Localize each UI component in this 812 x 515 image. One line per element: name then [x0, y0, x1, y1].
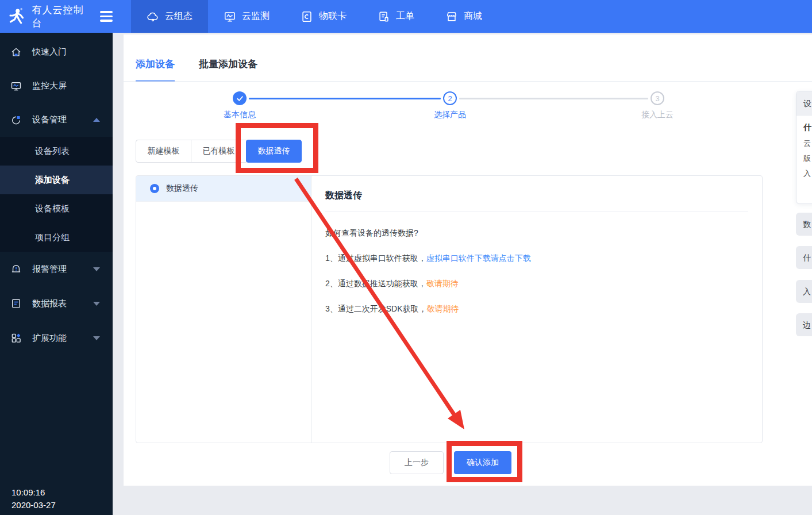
chevron-down-icon — [93, 302, 100, 306]
sidebar-item-extensions[interactable]: 扩展功能 — [0, 321, 113, 355]
clock-date: 2020-03-27 — [11, 499, 56, 512]
check-icon — [236, 95, 244, 102]
detail-divider — [325, 212, 748, 212]
product-panel: 数据透传 数据透传 如何查看设备的透传数据? 1、通过虚拟串口软件获取，虚拟串口… — [136, 175, 763, 443]
confirm-add-button[interactable]: 确认添加 — [454, 451, 511, 474]
sidebar-item-device-management[interactable]: 设备管理 — [0, 103, 113, 137]
previous-step-button[interactable]: 上一步 — [390, 451, 444, 474]
chevron-down-icon — [93, 267, 100, 271]
list-item-label: 数据透传 — [166, 183, 198, 194]
help-line: 入 — [803, 168, 812, 179]
help-panel-card[interactable]: 设 什 云 版 入 — [796, 91, 812, 204]
report-icon — [10, 298, 22, 309]
page-tabs: 添加设备 批量添加设备 — [136, 57, 257, 82]
existing-template-button[interactable]: 已有模板 — [191, 140, 247, 163]
help-collapsed-item[interactable]: 入 — [796, 280, 812, 303]
nav-item-iot-card[interactable]: 物联卡 — [285, 0, 362, 33]
sidebar: 快速入门 监控大屏 设备管理 设备列表 添加设备 设备模板 项目分组 报警管理 — [0, 33, 113, 515]
home-icon — [10, 47, 22, 58]
usr-logo-icon — [8, 7, 25, 26]
sidebar-item-quick-start[interactable]: 快速入门 — [0, 35, 113, 69]
product-list: 数据透传 — [136, 176, 311, 443]
chevron-up-icon — [93, 118, 100, 122]
nav-label: 云监测 — [242, 10, 270, 22]
step-label-basic-info: 基本信息 — [205, 110, 274, 120]
sidebar-item-add-device[interactable]: 添加设备 — [0, 166, 113, 194]
sidebar-item-label: 监控大屏 — [32, 80, 67, 91]
help-collapsed-item[interactable]: 边 — [796, 313, 812, 336]
line-text: 1、通过虚拟串口软件获取， — [325, 253, 426, 263]
step-label-select-product: 选择产品 — [415, 110, 484, 120]
line-text: 2、通过数据推送功能获取， — [325, 279, 426, 288]
help-card-body: 什 云 版 入 — [796, 116, 812, 190]
sidebar-item-data-report[interactable]: 数据报表 — [0, 286, 113, 321]
download-link[interactable]: 虚拟串口软件下载请点击下载 — [426, 253, 531, 263]
sidebar-item-label: 报警管理 — [32, 264, 67, 275]
main-content: 添加设备 批量添加设备 2 3 基本信息 选择产品 接入上云 新建模板 已有模板… — [124, 34, 812, 486]
coming-soon-label: 敬请期待 — [426, 279, 459, 288]
step-connector-done — [249, 98, 441, 99]
nav-label: 物联卡 — [319, 10, 347, 22]
sidebar-item-alarm-management[interactable]: 报警管理 — [0, 252, 113, 286]
data-passthrough-button[interactable]: 数据透传 — [246, 140, 302, 163]
extensions-icon — [10, 332, 22, 344]
step-2-select-product: 2 — [443, 91, 457, 105]
help-card-header: 设 — [796, 91, 812, 116]
step-1-basic-info — [233, 91, 247, 105]
detail-line-3: 3、通过二次开发SDK获取，敬请期待 — [325, 304, 748, 314]
nav-label: 工单 — [396, 10, 414, 22]
monitor-icon — [224, 10, 236, 23]
device-management-submenu: 设备列表 添加设备 设备模板 项目分组 — [0, 137, 113, 252]
nav-label: 云组态 — [165, 10, 193, 22]
tab-add-device[interactable]: 添加设备 — [136, 57, 175, 82]
brand: 有人云控制台 — [0, 0, 113, 33]
hamburger-menu-icon[interactable] — [100, 11, 113, 22]
help-line: 版 — [803, 153, 812, 164]
help-question: 什 — [803, 122, 812, 133]
store-icon — [445, 10, 458, 23]
help-collapsed-item[interactable]: 什 — [796, 246, 812, 269]
template-type-group: 新建模板 已有模板 数据透传 — [136, 140, 302, 163]
new-template-button[interactable]: 新建模板 — [136, 140, 191, 163]
detail-line-2: 2、通过数据推送功能获取，敬请期待 — [325, 279, 748, 289]
device-pie-icon — [10, 114, 22, 126]
step-3-connect-cloud: 3 — [651, 91, 664, 105]
help-collapsed-item[interactable]: 数 — [796, 213, 812, 236]
sidebar-item-label: 快速入门 — [32, 47, 67, 57]
sidebar-item-label: 扩展功能 — [32, 333, 67, 344]
step-label-connect-cloud: 接入上云 — [623, 110, 692, 120]
chevron-down-icon — [93, 336, 100, 340]
app-title: 有人云控制台 — [32, 3, 93, 30]
nav-item-cloud-scada[interactable]: 云组态 — [131, 0, 208, 33]
detail-line-1: 1、通过虚拟串口软件获取，虚拟串口软件下载请点击下载 — [325, 253, 748, 264]
list-item-data-passthrough[interactable]: 数据透传 — [136, 176, 311, 202]
nav-item-work-order[interactable]: 工单 — [362, 0, 430, 33]
sidebar-item-label: 数据报表 — [32, 298, 67, 309]
radio-selected-icon[interactable] — [150, 184, 159, 193]
sidebar-item-device-template[interactable]: 设备模板 — [0, 194, 113, 223]
nav-label: 商城 — [464, 10, 482, 22]
work-order-icon — [378, 10, 390, 23]
line-text: 3、通过二次开发SDK获取， — [325, 304, 427, 313]
help-line: 云 — [803, 139, 812, 149]
tab-batch-add-device[interactable]: 批量添加设备 — [199, 57, 257, 82]
sidebar-item-label: 设备管理 — [32, 114, 67, 125]
sidebar-item-big-screen[interactable]: 监控大屏 — [0, 69, 113, 103]
nav-item-store[interactable]: 商城 — [430, 0, 498, 33]
detail-title: 数据透传 — [325, 190, 748, 202]
sim-card-icon — [301, 10, 313, 23]
nav-item-cloud-monitor[interactable]: 云监测 — [208, 0, 285, 33]
step-connector-pending — [459, 98, 648, 99]
sidebar-item-project-group[interactable]: 项目分组 — [0, 223, 113, 252]
top-nav: 云组态 云监测 物联卡 工单 — [131, 0, 498, 33]
cloud-icon — [147, 10, 159, 23]
big-screen-icon — [10, 80, 22, 92]
sidebar-item-device-list[interactable]: 设备列表 — [0, 137, 113, 166]
detail-question: 如何查看设备的透传数据? — [325, 228, 748, 239]
coming-soon-label: 敬请期待 — [427, 304, 459, 313]
sidebar-clock: 10:09:16 2020-03-27 — [11, 486, 56, 512]
clock-time: 10:09:16 — [11, 486, 56, 499]
alarm-bell-icon — [10, 263, 22, 275]
tabs-divider — [124, 81, 812, 82]
top-bar: 有人云控制台 云组态 云监测 物联卡 — [0, 0, 812, 33]
